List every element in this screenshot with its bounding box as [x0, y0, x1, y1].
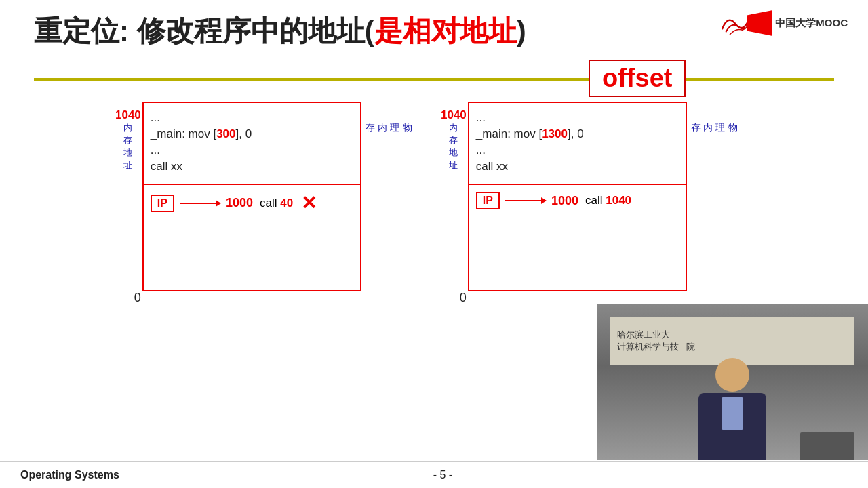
- bottom-page: - 5 -: [433, 469, 452, 481]
- right-call-line: call 1040: [585, 194, 631, 207]
- left-ip-arrow: [180, 203, 220, 204]
- left-line-dots: ...: [151, 111, 353, 125]
- right-zero: 0: [460, 291, 467, 305]
- right-line-dots: ...: [476, 111, 679, 125]
- offset-label: offset: [589, 60, 686, 97]
- logo-icon: [747, 10, 772, 36]
- title-area: 重定位: 修改程序中的地址(是相对地址): [34, 12, 719, 50]
- logo-text: 中国大学MOOC: [775, 17, 848, 30]
- right-line-dots2: ...: [476, 144, 679, 157]
- right-col-left: 1040 内存地址: [441, 108, 467, 171]
- title-prefix: 重定位: 修改程序中的地址(: [34, 15, 374, 47]
- left-ip-box: IP: [151, 195, 174, 212]
- right-divider: [469, 184, 686, 185]
- right-mem-lower: [469, 214, 686, 281]
- title-text: 重定位: 修改程序中的地址(是相对地址): [34, 12, 719, 50]
- left-divider: [144, 184, 360, 185]
- title-highlight: 是相对地址: [374, 15, 517, 47]
- left-call-line: call 40: [260, 197, 293, 210]
- right-mem-addr: 1040: [441, 108, 467, 122]
- left-line-call-xx: call xx: [151, 160, 353, 174]
- left-x-mark: ✕: [301, 192, 317, 214]
- right-line-call-xx: call xx: [476, 160, 679, 174]
- bottom-subject: Operating Systems: [20, 469, 119, 481]
- left-zero: 0: [134, 291, 141, 305]
- right-mem-label: 内存地址: [449, 122, 458, 171]
- title-line: [34, 78, 834, 81]
- right-mem-box: ... _main: mov [1300], 0 ... call xx IP …: [468, 102, 687, 291]
- left-line-dots2: ...: [151, 144, 353, 157]
- left-ip-addr: 1000: [226, 196, 253, 210]
- right-ip-box: IP: [476, 192, 500, 209]
- left-line-main: _main: mov [300], 0: [151, 127, 353, 141]
- logo-area: 中国大学MOOC: [747, 10, 848, 36]
- title-suffix: ): [517, 15, 526, 47]
- left-mem-label: 内存地址: [123, 122, 132, 171]
- right-ip-addr: 1000: [551, 194, 578, 208]
- diagram-left: 1040 内存地址 ... _main: mov [300], 0 ... ca…: [115, 102, 414, 291]
- video-thumbnail: 哈尔滨工业大计算机科学与技 院: [597, 304, 868, 460]
- bottom-bar: Operating Systems - 5 -: [0, 461, 868, 488]
- right-ip-arrow: [505, 200, 546, 201]
- right-line-main: _main: mov [1300], 0: [476, 127, 679, 141]
- left-col-left: 1040 内存地址: [115, 108, 141, 171]
- diagram-right: 1040 内存地址 ... _main: mov [1300], 0 ... c…: [441, 102, 739, 291]
- left-mem-box: ... _main: mov [300], 0 ... call xx IP 1…: [142, 102, 361, 291]
- left-mem-lower: [144, 218, 360, 286]
- left-mem-addr: 1040: [115, 108, 141, 122]
